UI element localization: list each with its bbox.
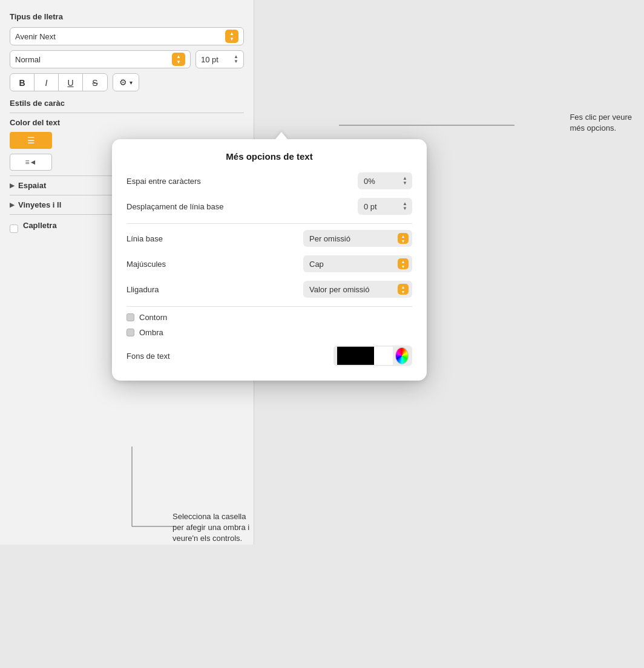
color-wheel-button[interactable] — [395, 347, 409, 364]
size-down-icon: ▼ — [234, 59, 238, 64]
bullets-label: Vinyetes i ll — [18, 200, 61, 209]
font-section-title: Tipus de lletra — [10, 12, 244, 21]
contorn-checkbox[interactable] — [126, 313, 134, 321]
callout-right: Fes clic per veure més opcions. — [570, 112, 632, 134]
format-row: B I U S ⚙ ▾ — [10, 73, 244, 91]
linia-base-select[interactable]: Per omissió ▲ ▼ — [303, 230, 412, 247]
align-left-icon: ≡◄ — [25, 158, 37, 166]
lligadura-select[interactable]: Valor per omissió ▲ ▼ — [303, 281, 412, 298]
popup-divider-2 — [126, 306, 412, 307]
size-spinner[interactable]: ▲ ▼ — [234, 54, 238, 64]
popup-divider-1 — [126, 223, 412, 224]
maj-up: ▲ — [401, 260, 406, 264]
contorn-row: Contorn — [126, 313, 412, 322]
font-name-spinner[interactable]: ▲ ▼ — [225, 30, 238, 43]
majuscules-value: Cap — [309, 260, 324, 269]
format-button-group: B I U S — [10, 73, 108, 91]
style-spinner-up: ▲ — [176, 54, 181, 59]
baseline-input[interactable]: 0 pt ▲ ▼ — [358, 198, 412, 215]
fons-black-part — [337, 347, 374, 365]
fons-row: Fons de text — [126, 345, 412, 366]
callout-right-line1: Fes clic per veure — [570, 113, 632, 122]
callout-bottom-line3: veure'n els controls. — [172, 534, 242, 543]
callout-bottom: Selecciona la casella per afegir una omb… — [172, 511, 249, 545]
orange-swatch[interactable]: ☰ — [10, 132, 52, 149]
gear-chevron-icon: ▾ — [130, 79, 133, 86]
divider-1 — [10, 113, 244, 113]
cs-down: ▼ — [402, 181, 407, 186]
baseline-spinner[interactable]: ▲ ▼ — [402, 201, 407, 211]
bl-down: ▼ — [402, 206, 407, 211]
linia-base-label: Línia base — [126, 234, 163, 243]
cap-checkbox[interactable] — [10, 224, 18, 233]
font-style-row: Normal ▲ ▼ 10 pt ▲ ▼ — [10, 50, 244, 68]
callout-bottom-line1: Selecciona la casella — [172, 512, 246, 521]
align-icon: ☰ — [27, 136, 35, 145]
lligadura-value: Valor per omissió — [309, 285, 369, 294]
italic-button[interactable]: I — [34, 74, 59, 91]
font-size-selector[interactable]: 10 pt ▲ ▼ — [196, 50, 244, 68]
strikethrough-button[interactable]: S — [83, 74, 107, 91]
bold-button[interactable]: B — [10, 74, 34, 91]
lligadura-row: Lligadura Valor per omissió ▲ ▼ — [126, 281, 412, 298]
char-spacing-row: Espai entre caràcters 0% ▲ ▼ — [126, 172, 412, 189]
callout-right-line2: més opcions. — [570, 123, 616, 133]
lb-down: ▼ — [401, 239, 406, 243]
fons-color-combo[interactable] — [334, 345, 412, 366]
gear-icon: ⚙ — [119, 77, 127, 87]
contorn-label: Contorn — [139, 313, 167, 322]
bullets-chevron-icon: ▶ — [10, 201, 15, 208]
style-spinner-down: ▼ — [176, 60, 181, 65]
font-name-value: Avenir Next — [15, 32, 56, 41]
linia-base-row: Línia base Per omissió ▲ ▼ — [126, 230, 412, 247]
gear-button[interactable]: ⚙ ▾ — [113, 73, 139, 91]
font-name-selector[interactable]: Avenir Next ▲ ▼ — [10, 27, 244, 45]
linia-base-value: Per omissió — [309, 234, 350, 243]
ll-up: ▲ — [401, 285, 406, 289]
font-style-spinner[interactable]: ▲ ▼ — [172, 53, 185, 66]
underline-button[interactable]: U — [59, 74, 83, 91]
popup-modal: Més opcions de text Espai entre caràcter… — [112, 139, 427, 381]
ll-down: ▼ — [401, 290, 406, 294]
char-spacing-spinner[interactable]: ▲ ▼ — [402, 176, 407, 186]
char-spacing-input[interactable]: 0% ▲ ▼ — [358, 172, 412, 189]
font-style-selector[interactable]: Normal ▲ ▼ — [10, 50, 191, 68]
lligadura-spinner[interactable]: ▲ ▼ — [398, 284, 409, 295]
lb-up: ▲ — [401, 234, 406, 238]
char-spacing-value: 0% — [364, 177, 375, 186]
font-style-value: Normal — [15, 55, 41, 64]
char-styles-title: Estils de caràc — [10, 99, 244, 108]
baseline-value: 0 pt — [364, 202, 377, 211]
majuscules-row: Majúscules Cap ▲ ▼ — [126, 255, 412, 272]
fons-color-swatch — [337, 347, 393, 365]
color-text-title: Color del text — [10, 118, 244, 127]
ombra-checkbox[interactable] — [126, 329, 134, 336]
font-size-value: 10 pt — [201, 55, 218, 64]
maj-down: ▼ — [401, 264, 406, 269]
spacing-chevron-icon: ▶ — [10, 182, 15, 189]
popup-arrow — [275, 132, 288, 139]
lligadura-label: Lligadura — [126, 285, 159, 294]
spinner-up-icon: ▲ — [229, 31, 234, 36]
font-name-row: Avenir Next ▲ ▼ — [10, 27, 244, 45]
majuscules-select[interactable]: Cap ▲ ▼ — [303, 255, 412, 272]
align-btn[interactable]: ≡◄ — [10, 154, 52, 171]
majuscules-spinner[interactable]: ▲ ▼ — [398, 258, 409, 269]
spinner-down-icon: ▼ — [229, 37, 234, 42]
callout-bottom-line2: per afegir una ombra i — [172, 523, 249, 532]
ombra-row: Ombra — [126, 328, 412, 337]
cap-label: Caplletra — [23, 221, 57, 230]
char-spacing-label: Espai entre caràcters — [126, 177, 201, 186]
spacing-label: Espaiat — [18, 181, 46, 190]
baseline-label: Desplaçament de línia base — [126, 202, 223, 211]
majuscules-label: Majúscules — [126, 260, 166, 269]
ombra-label: Ombra — [139, 328, 163, 337]
fons-white-part — [374, 347, 393, 365]
popup-title: Més opcions de text — [126, 151, 412, 162]
fons-label: Fons de text — [126, 352, 170, 361]
baseline-row: Desplaçament de línia base 0 pt ▲ ▼ — [126, 198, 412, 215]
linia-base-spinner[interactable]: ▲ ▼ — [398, 233, 409, 244]
